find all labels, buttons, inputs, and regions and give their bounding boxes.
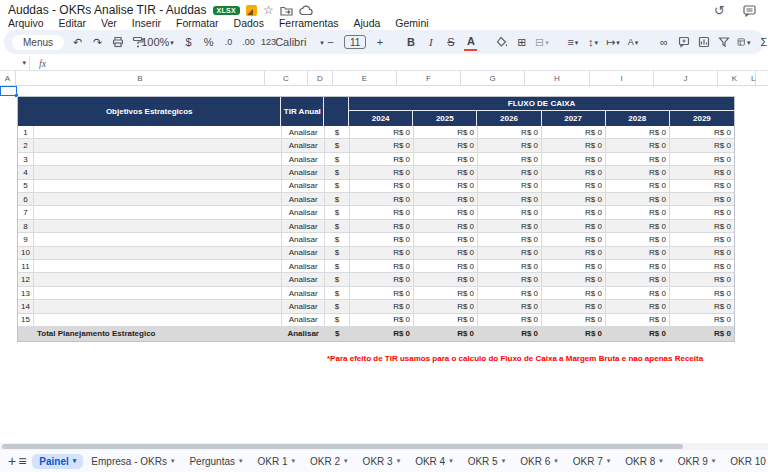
cell-row-number[interactable]: 6	[18, 193, 34, 205]
cell-value-2029[interactable]: R$ 0	[670, 273, 734, 285]
cell-value-2028[interactable]: R$ 0	[606, 233, 670, 245]
cell-value-2024[interactable]: R$ 0	[350, 247, 414, 259]
cell-value-2026[interactable]: R$ 0	[478, 180, 542, 192]
cell-value-2029[interactable]: R$ 0	[670, 193, 734, 205]
cell-value-2029[interactable]: R$ 0	[670, 220, 734, 232]
header-objetivos[interactable]: Objetivos Estrategicos	[18, 97, 281, 126]
cell-currency-flag[interactable]: $	[325, 220, 350, 232]
cell-value-2026[interactable]: R$ 0	[478, 220, 542, 232]
cell-currency-flag[interactable]: $	[325, 166, 350, 178]
cell-row-number[interactable]: 4	[18, 166, 34, 178]
cell-row-number[interactable]: 8	[18, 220, 34, 232]
add-sheet-icon[interactable]: +	[8, 453, 16, 469]
borders-icon[interactable]: ⊞	[515, 33, 528, 51]
sheet-tab[interactable]: OKR 6 ▾	[513, 454, 565, 469]
cell-objetivo[interactable]	[34, 260, 282, 272]
header-tir-anual[interactable]: TIR Anual	[281, 97, 324, 126]
cell-currency-flag[interactable]: $	[325, 233, 350, 245]
header-currency[interactable]	[324, 97, 349, 126]
cell-value-2028[interactable]: R$ 0	[606, 220, 670, 232]
cell-row-number[interactable]: 13	[18, 287, 34, 299]
header-year[interactable]: 2029	[670, 111, 734, 126]
cell-tir-analisar[interactable]: Analisar	[282, 314, 325, 326]
chevron-down-icon[interactable]: ▾	[607, 457, 611, 465]
cell-row-number[interactable]: 15	[18, 314, 34, 326]
cell-objetivo[interactable]	[34, 247, 282, 259]
cell-value-2026[interactable]: R$ 0	[478, 287, 542, 299]
cell-value-2026[interactable]: R$ 0	[478, 166, 542, 178]
text-color-icon[interactable]: A	[464, 33, 477, 51]
cell-currency-flag[interactable]: $	[325, 139, 350, 151]
cell-value-2024[interactable]: R$ 0	[350, 220, 414, 232]
cell-currency-flag[interactable]: $	[325, 287, 350, 299]
chevron-down-icon[interactable]: ▾	[449, 457, 453, 465]
insert-comment-icon[interactable]	[677, 33, 690, 51]
cell-value-2028[interactable]: R$ 0	[606, 193, 670, 205]
cell-value-2028[interactable]: R$ 0	[606, 166, 670, 178]
chevron-down-icon[interactable]: ▾	[292, 457, 296, 465]
cell-value-2025[interactable]: R$ 0	[414, 180, 478, 192]
cell-value-2025[interactable]: R$ 0	[414, 300, 478, 312]
cell-value-2027[interactable]: R$ 0	[542, 206, 606, 218]
cell-objetivo[interactable]	[34, 300, 282, 312]
sheet-tab[interactable]: Painel ▾	[32, 454, 83, 469]
format-percent-icon[interactable]: %	[202, 33, 215, 51]
cell-tir-analisar[interactable]: Analisar	[282, 233, 325, 245]
all-sheets-icon[interactable]: ≡	[18, 453, 26, 469]
menu-item[interactable]: Inserir	[132, 17, 161, 29]
cell-value-2024[interactable]: R$ 0	[350, 126, 414, 138]
cell-value-2027[interactable]: R$ 0	[542, 180, 606, 192]
cell-value-2026[interactable]: R$ 0	[478, 273, 542, 285]
insert-chart-icon[interactable]	[697, 33, 710, 51]
sheet-tab[interactable]: OKR 9 ▾	[671, 454, 723, 469]
cell-value-2028[interactable]: R$ 0	[606, 139, 670, 151]
cell-row-number[interactable]: 14	[18, 300, 34, 312]
column-header[interactable]: A	[0, 71, 16, 85]
cell-tir-analisar[interactable]: Analisar	[282, 300, 325, 312]
cell-value-2025[interactable]: R$ 0	[414, 287, 478, 299]
sheet-tab[interactable]: OKR 7 ▾	[566, 454, 618, 469]
cell-currency-flag[interactable]: $	[325, 314, 350, 326]
column-header[interactable]: J	[654, 71, 718, 85]
cell-value-2025[interactable]: R$ 0	[414, 126, 478, 138]
merge-cells-icon[interactable]: ⊟▾	[535, 33, 548, 51]
cell-currency-flag[interactable]: $	[325, 260, 350, 272]
cell-row-number[interactable]: 9	[18, 233, 34, 245]
cell-tir-analisar[interactable]: Analisar	[282, 180, 325, 192]
cell-value-2025[interactable]: R$ 0	[414, 220, 478, 232]
cell-currency-flag[interactable]: $	[325, 153, 350, 165]
header-year[interactable]: 2026	[477, 111, 541, 126]
strikethrough-icon[interactable]: S	[444, 33, 457, 51]
cell-row-number[interactable]: 12	[18, 273, 34, 285]
cell-value-2025[interactable]: R$ 0	[414, 193, 478, 205]
cell-row-number[interactable]: 1	[18, 126, 34, 138]
cell-value-2024[interactable]: R$ 0	[350, 260, 414, 272]
cell-value-2026[interactable]: R$ 0	[478, 300, 542, 312]
total-value-2027[interactable]: R$ 0	[542, 327, 606, 341]
cell-value-2027[interactable]: R$ 0	[542, 300, 606, 312]
cell-value-2026[interactable]: R$ 0	[478, 193, 542, 205]
cell-value-2028[interactable]: R$ 0	[606, 153, 670, 165]
sheet-grid[interactable]: Objetivos Estrategicos TIR Anual FLUXO D…	[0, 86, 768, 444]
chevron-down-icon[interactable]: ▾	[397, 457, 401, 465]
cell-value-2025[interactable]: R$ 0	[414, 139, 478, 151]
undo-icon[interactable]: ↶	[71, 33, 84, 51]
cell-objetivo[interactable]	[34, 193, 282, 205]
menu-item[interactable]: Gemini	[395, 17, 428, 29]
menu-item[interactable]: Editar	[59, 17, 86, 29]
cell-value-2028[interactable]: R$ 0	[606, 180, 670, 192]
cell-currency-flag[interactable]: $	[325, 180, 350, 192]
cell-currency-flag[interactable]: $	[325, 126, 350, 138]
cell-tir-analisar[interactable]: Analisar	[282, 206, 325, 218]
bold-icon[interactable]: B	[404, 33, 417, 51]
total-value-2025[interactable]: R$ 0	[414, 327, 478, 341]
fill-color-icon[interactable]	[495, 33, 508, 51]
cell-value-2026[interactable]: R$ 0	[478, 126, 542, 138]
cell-currency-flag[interactable]: $	[325, 247, 350, 259]
sheet-tab[interactable]: OKR 10 ▾	[723, 454, 768, 469]
functions-icon[interactable]: Σ	[757, 33, 768, 51]
cell-value-2029[interactable]: R$ 0	[670, 153, 734, 165]
cell-value-2028[interactable]: R$ 0	[606, 300, 670, 312]
menu-item[interactable]: Ajuda	[353, 17, 380, 29]
cell-row-number[interactable]: 10	[18, 247, 34, 259]
